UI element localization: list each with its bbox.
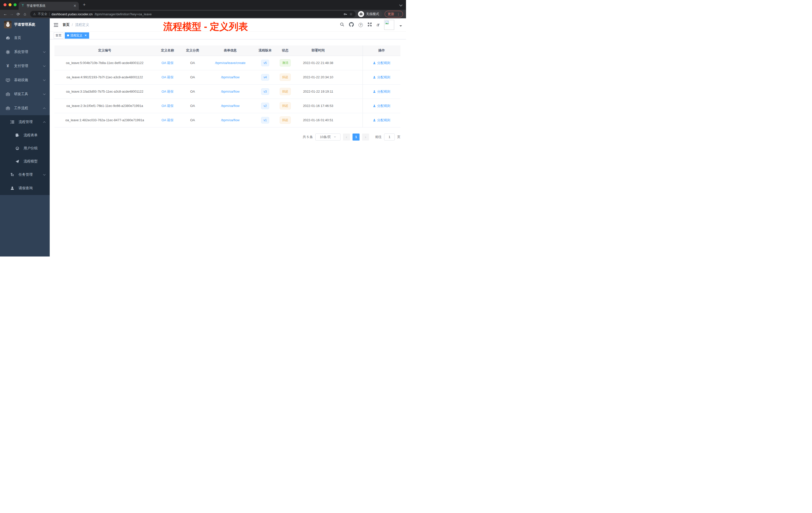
sidebar-item-label: 任务管理 bbox=[19, 173, 44, 177]
user-icon bbox=[9, 186, 15, 190]
sidebar-item-label: 工作流程 bbox=[14, 106, 44, 111]
font-size-icon[interactable]: tT bbox=[377, 23, 379, 27]
browser-tab[interactable]: 芋道管理系统 ✕ bbox=[19, 2, 79, 10]
prev-page-button[interactable]: ‹ bbox=[343, 133, 350, 141]
cell-category: OA bbox=[180, 99, 205, 113]
tab-search-chevron-icon[interactable] bbox=[399, 3, 403, 6]
window-minimize-button[interactable] bbox=[8, 3, 11, 6]
sidebar-collapse-icon[interactable] bbox=[54, 23, 58, 27]
reload-button[interactable]: ⟳ bbox=[15, 12, 22, 17]
breadcrumb-current: 流程定义 bbox=[75, 23, 89, 27]
definition-name-link[interactable]: OA 请假 bbox=[162, 104, 174, 108]
page-number-active[interactable]: 1 bbox=[352, 133, 359, 141]
definition-name-link[interactable]: OA 请假 bbox=[162, 90, 174, 93]
sidebar-item-infrastructure[interactable]: 基础设施 bbox=[0, 73, 50, 87]
col-process-version: 流程版本 bbox=[255, 46, 275, 56]
sidebar-logo[interactable]: 芋道管理系统 bbox=[0, 18, 50, 31]
bookmark-star-icon[interactable]: ☆ bbox=[349, 12, 352, 16]
form-link[interactable]: /bpm/oa/flow bbox=[221, 90, 239, 93]
avatar[interactable] bbox=[384, 20, 394, 30]
tab-close-icon[interactable]: ✕ bbox=[73, 4, 76, 7]
address-bar[interactable]: ⚠ 不安全 dashboard.yudao.iocoder.cn/bpm/man… bbox=[30, 11, 355, 17]
col-definition-category: 定义分类 bbox=[180, 46, 205, 56]
tab-favicon-icon bbox=[21, 3, 25, 8]
page-size-select[interactable]: 10条/页 bbox=[315, 133, 341, 141]
incognito-icon bbox=[358, 11, 364, 17]
github-icon[interactable] bbox=[349, 22, 354, 28]
sidebar-item-leave-query[interactable]: 请假查询 bbox=[0, 181, 50, 195]
update-label[interactable]: 更新 bbox=[388, 12, 394, 16]
sidebar-item-payment[interactable]: ¥ 支付管理 bbox=[0, 59, 50, 73]
col-definition-id: 定义编号 bbox=[55, 46, 155, 56]
toolbox-icon bbox=[5, 92, 10, 96]
avatar-dropdown-caret-icon[interactable] bbox=[400, 25, 402, 28]
sidebar-item-process-model[interactable]: 流程模型 bbox=[0, 155, 50, 168]
cell-deploy-time: 2022-01-22 19:19:11 bbox=[295, 84, 341, 99]
goto-page-input[interactable] bbox=[384, 133, 395, 141]
forward-button[interactable]: → bbox=[8, 12, 15, 16]
col-status: 状态 bbox=[275, 46, 295, 56]
tag-home[interactable]: 首页 bbox=[54, 32, 63, 39]
assign-rule-link[interactable]: 分配规则 bbox=[373, 89, 390, 94]
home-button[interactable]: ⌂ bbox=[22, 12, 28, 16]
update-button[interactable]: 更新 ⋮ bbox=[385, 11, 403, 17]
chevron-up-icon bbox=[43, 108, 46, 110]
breadcrumb-separator: / bbox=[72, 23, 73, 27]
sidebar-item-task-management[interactable]: 任务管理 bbox=[0, 168, 50, 181]
cell-definition-id: oa_leave:2:3c1f0ef1-76b1-11ec-9c66-a2380… bbox=[55, 99, 155, 113]
breadcrumb-home[interactable]: 首页 bbox=[62, 23, 69, 27]
red-annotation: 流程模型 - 定义列表 bbox=[163, 20, 248, 33]
window-zoom-button[interactable] bbox=[13, 3, 17, 6]
logo-avatar bbox=[4, 21, 11, 28]
back-button[interactable]: ← bbox=[2, 12, 8, 16]
tree-icon bbox=[9, 173, 15, 177]
form-link[interactable]: /bpm/oa/flow bbox=[221, 118, 239, 122]
cell-definition-id: oa_leave:1:482ec033-762a-11ec-8477-a2380… bbox=[55, 113, 155, 127]
definition-name-link[interactable]: OA 请假 bbox=[162, 75, 174, 79]
form-link[interactable]: /bpm/oa/flow bbox=[221, 75, 239, 79]
status-badge: 挂起 bbox=[280, 117, 291, 124]
chevron-down-icon bbox=[43, 78, 46, 81]
definition-name-link[interactable]: OA 请假 bbox=[162, 118, 174, 122]
sidebar-item-label: 请假查询 bbox=[19, 186, 45, 190]
assign-rule-link[interactable]: 分配规则 bbox=[373, 61, 390, 65]
help-icon[interactable]: ? bbox=[358, 23, 363, 27]
dashboard-icon bbox=[5, 36, 10, 40]
new-tab-button[interactable]: + bbox=[83, 2, 86, 7]
search-icon[interactable] bbox=[340, 22, 344, 28]
tag-close-icon[interactable]: ✕ bbox=[84, 34, 87, 37]
fullscreen-icon[interactable] bbox=[368, 22, 372, 28]
form-link[interactable]: /bpm/oa/leave/create bbox=[215, 61, 245, 65]
col-filler bbox=[341, 46, 362, 56]
gear-icon bbox=[5, 50, 10, 54]
tag-process-definition[interactable]: 流程定义 ✕ bbox=[65, 32, 89, 39]
password-key-icon[interactable] bbox=[344, 12, 347, 16]
version-badge: v1 bbox=[261, 117, 269, 123]
sidebar-item-system[interactable]: 系统管理 bbox=[0, 45, 50, 59]
col-definition-name: 定义名称 bbox=[155, 46, 180, 56]
browser-menu-icon[interactable]: ⋮ bbox=[397, 12, 400, 16]
definition-name-link[interactable]: OA 请假 bbox=[162, 61, 174, 65]
url-path: /bpm/manager/definition?key=oa_leave bbox=[95, 12, 152, 16]
table-row: oa_leave:3:1fad3d93-7b75-11ec-a3c8-acde4… bbox=[55, 84, 401, 99]
assign-rule-link[interactable]: 分配规则 bbox=[373, 104, 390, 108]
cell-deploy-time: 2022-01-22 21:48:38 bbox=[295, 56, 341, 70]
window-close-button[interactable] bbox=[3, 3, 6, 6]
form-link[interactable]: /bpm/oa/flow bbox=[221, 104, 239, 108]
sidebar-item-process-form[interactable]: 流程表单 bbox=[0, 129, 50, 142]
next-page-button[interactable]: › bbox=[362, 133, 369, 141]
sidebar-item-devtools[interactable]: 研发工具 bbox=[0, 87, 50, 101]
sidebar-item-label: 基础设施 bbox=[14, 78, 44, 82]
sidebar-item-process-management[interactable]: 流程管理 bbox=[0, 115, 50, 129]
assign-rule-link[interactable]: 分配规则 bbox=[373, 75, 390, 80]
table-row: oa_leave:1:482ec033-762a-11ec-8477-a2380… bbox=[55, 113, 401, 127]
sidebar-item-workflow[interactable]: 工作流程 bbox=[0, 101, 50, 115]
sidebar-item-home[interactable]: 首页 bbox=[0, 31, 50, 45]
security-warning-icon[interactable]: ⚠ bbox=[33, 12, 36, 16]
workflow-submenu: 流程管理 流程表单 用户分组 bbox=[0, 115, 50, 195]
assign-rule-link[interactable]: 分配规则 bbox=[373, 118, 390, 122]
table-row: oa_leave:5:004b710b-7b8a-11ec-8ef0-acde4… bbox=[55, 56, 401, 70]
sidebar-item-user-group[interactable]: 用户分组 bbox=[0, 142, 50, 155]
sidebar-item-label: 首页 bbox=[14, 36, 45, 40]
user-icon bbox=[373, 90, 376, 93]
